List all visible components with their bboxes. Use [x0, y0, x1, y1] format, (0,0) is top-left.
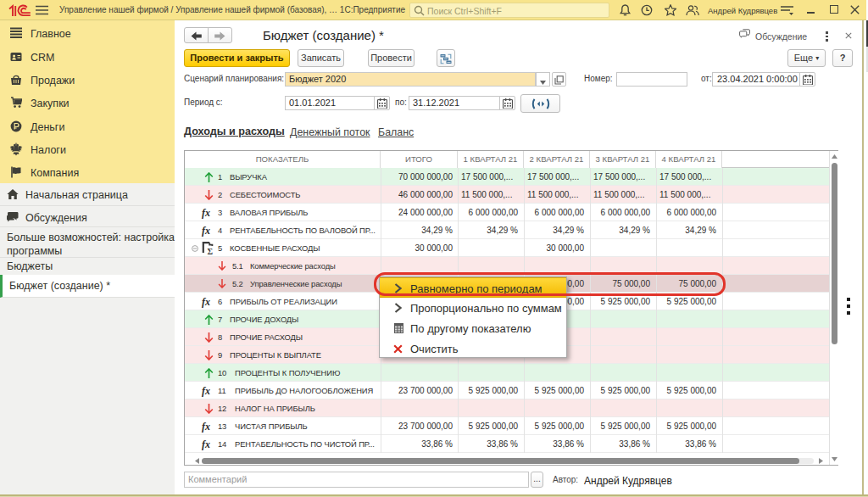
svg-text:Σ: Σ — [207, 247, 213, 255]
